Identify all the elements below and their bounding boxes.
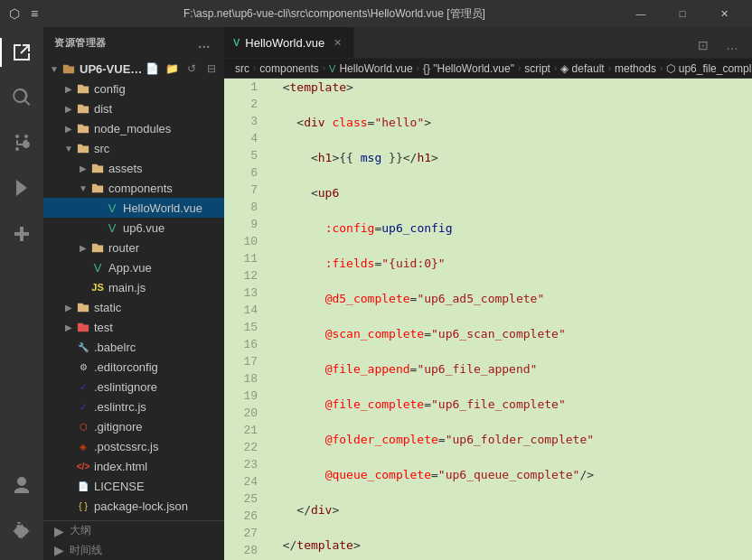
- tree-item-config[interactable]: ▶ config: [43, 79, 224, 98]
- activity-bar-bottom: [0, 464, 43, 560]
- code-content[interactable]: <template> <div class="hello"> <h1>{{ ms…: [265, 79, 752, 560]
- activity-bar: [0, 27, 43, 560]
- tree-label-router: router: [108, 241, 139, 255]
- source-control-activity-icon[interactable]: [0, 121, 43, 164]
- tab-helloworld[interactable]: V HelloWorld.vue ✕: [224, 27, 354, 58]
- window-title: F:\asp.net\up6-vue-cli\src\components\He…: [49, 6, 620, 22]
- outline-arrow: ▶: [54, 524, 64, 538]
- tree-label-license: LICENSE: [94, 480, 145, 493]
- folder-icon: [76, 81, 90, 96]
- search-activity-icon[interactable]: [0, 76, 43, 119]
- main-layout: 资源管理器 … ▼ UP6-VUE-CLI 📄 📁 ↺ ⊟: [0, 27, 752, 560]
- tab-bar: V HelloWorld.vue ✕ ⊡ …: [224, 27, 752, 59]
- tree-item-dist[interactable]: ▶ dist: [43, 98, 224, 118]
- split-editor-icon[interactable]: ⊡: [691, 33, 716, 58]
- tree-item-editorconfig[interactable]: ▶ ⚙ .editorconfig: [43, 357, 224, 377]
- tree-item-package-lock[interactable]: ▶ { } package-lock.json: [43, 496, 224, 516]
- tree-label-helloworld: HelloWorld.vue: [123, 201, 202, 215]
- debug-activity-icon[interactable]: [0, 166, 43, 210]
- tree-item-up6vue[interactable]: ▶ V up6.vue: [43, 218, 224, 238]
- tree-item-babelrc[interactable]: ▶ 🔧 .babelrc: [43, 337, 224, 357]
- babelrc-icon: 🔧: [76, 340, 90, 354]
- code-editor: 12345 678910 1112131415 1617181920 21222…: [224, 79, 752, 560]
- timeline-label: 时间线: [70, 543, 102, 558]
- tree-item-indexhtml[interactable]: ▶ </> index.html: [43, 456, 224, 476]
- account-activity-icon[interactable]: [0, 464, 43, 508]
- tree-item-appvue[interactable]: ▶ V App.vue: [43, 257, 224, 277]
- new-folder-icon[interactable]: 📁: [163, 60, 181, 78]
- breadcrumb-methods[interactable]: methods: [615, 62, 656, 75]
- more-actions-icon[interactable]: …: [719, 33, 745, 58]
- outline-label: 大纲: [70, 523, 91, 538]
- hamburger-icon[interactable]: ≡: [27, 6, 42, 21]
- tree-label-postcssrc: .postcssrc.js: [94, 440, 159, 453]
- tree-label-appvue: App.vue: [108, 261, 152, 275]
- breadcrumb-default[interactable]: ◈ default: [560, 62, 604, 75]
- title-bar-icons: ⬡ ≡: [7, 6, 42, 21]
- tree-label-eslintrc: .eslintrc.js: [94, 400, 146, 414]
- tree-item-router[interactable]: ▶ router: [43, 238, 224, 257]
- html-icon: </>: [76, 459, 90, 473]
- minimize-button[interactable]: —: [620, 0, 662, 27]
- tree-item-helloworld[interactable]: ▶ V HelloWorld.vue: [43, 198, 224, 218]
- tree-label-editorconfig: .editorconfig: [94, 360, 158, 374]
- tree-label-node-modules: node_modules: [94, 122, 171, 135]
- breadcrumb-filename[interactable]: HelloWorld.vue: [339, 62, 412, 75]
- tree-item-mainjs[interactable]: ▶ JS main.js: [43, 277, 224, 297]
- settings-activity-icon[interactable]: [0, 509, 43, 553]
- tree-label-components: components: [108, 182, 173, 195]
- vue-file-icon: V: [105, 201, 119, 215]
- breadcrumb-components[interactable]: components: [259, 62, 318, 75]
- breadcrumb-method-name[interactable]: ⬡ up6_file_complete: [666, 62, 752, 75]
- tree-item-gitignore[interactable]: ▶ ⬡ .gitignore: [43, 416, 224, 436]
- sidebar-menu-icon[interactable]: …: [195, 34, 213, 52]
- tree-label-babelrc: .babelrc: [94, 341, 136, 354]
- tree-item-postcssrc[interactable]: ▶ ◈ .postcssrc.js: [43, 436, 224, 456]
- tree-label-dist: dist: [94, 102, 112, 116]
- breadcrumb-component-section[interactable]: {} "HelloWorld.vue": [423, 62, 514, 75]
- extensions-activity-icon[interactable]: [0, 211, 43, 255]
- sidebar-header: 资源管理器 …: [43, 27, 224, 59]
- breadcrumb: src › components › V HelloWorld.vue › {}…: [224, 59, 752, 79]
- tree-label-src: src: [94, 142, 109, 155]
- tab-close-icon[interactable]: ✕: [330, 35, 344, 50]
- code-text: <template> <div class="hello"> <h1>{{ ms…: [268, 79, 752, 560]
- js-file-icon: JS: [90, 280, 105, 294]
- breadcrumb-src[interactable]: src: [235, 62, 249, 75]
- new-file-icon[interactable]: 📄: [143, 60, 161, 78]
- root-icon: [61, 61, 76, 76]
- refresh-icon[interactable]: ↺: [183, 60, 201, 78]
- components-folder-open-icon: [90, 181, 105, 195]
- timeline-arrow: ▶: [54, 543, 64, 557]
- tree-item-src[interactable]: ▼ src: [43, 138, 224, 158]
- tree-item-license[interactable]: ▶ 📄 LICENSE: [43, 476, 224, 496]
- breadcrumb-file-icon: V: [329, 63, 335, 74]
- src-folder-open-icon: [76, 141, 90, 155]
- line-numbers: 12345 678910 1112131415 1617181920 21222…: [224, 79, 265, 560]
- json-icon: { }: [76, 499, 90, 513]
- tree-item-node-modules[interactable]: ▶ node_modules: [43, 118, 224, 138]
- tree-item-components[interactable]: ▼ components: [43, 178, 224, 198]
- tree-item-eslintignore[interactable]: ▶ ✓ .eslintignore: [43, 377, 224, 397]
- maximize-button[interactable]: □: [662, 0, 703, 27]
- tree-item-static[interactable]: ▶ static: [43, 297, 224, 317]
- tree-root[interactable]: ▼ UP6-VUE-CLI 📄 📁 ↺ ⊟: [43, 59, 224, 79]
- title-bar: ⬡ ≡ F:\asp.net\up6-vue-cli\src\component…: [0, 0, 752, 27]
- timeline-item[interactable]: ▶ 时间线: [43, 541, 224, 561]
- sidebar-header-icons: …: [195, 34, 213, 52]
- collapse-icon[interactable]: ⊟: [202, 60, 221, 78]
- folder-icon: [76, 121, 90, 135]
- outline-item[interactable]: ▶ 大纲: [43, 521, 224, 541]
- tree-item-eslintrc[interactable]: ▶ ✓ .eslintrc.js: [43, 397, 224, 416]
- app-icon: ⬡: [7, 6, 22, 21]
- tree-item-test[interactable]: ▶ test: [43, 317, 224, 337]
- tree-label-static: static: [94, 301, 121, 314]
- editorconfig-icon: ⚙: [76, 359, 90, 374]
- tree-item-assets[interactable]: ▶ assets: [43, 158, 224, 178]
- tab-bar-right: ⊡ …: [683, 33, 752, 58]
- tree-label-indexhtml: index.html: [94, 460, 147, 473]
- breadcrumb-script[interactable]: script: [524, 62, 550, 75]
- explorer-activity-icon[interactable]: [0, 31, 43, 74]
- close-button[interactable]: ✕: [703, 0, 745, 27]
- vue-file-icon: V: [105, 220, 119, 235]
